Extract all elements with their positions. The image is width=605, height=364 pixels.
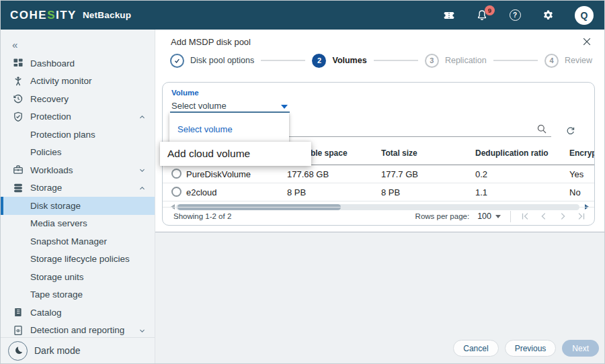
protection-shield-icon [12,111,24,123]
add-msdp-disk-pool-wizard: Add MSDP disk pool Disk pool options 2 V… [155,30,604,232]
workloads-briefcase-icon [12,164,24,176]
step-number: 3 [425,54,439,68]
cell-encryption: Yes [569,165,583,183]
dark-mode-label: Dark mode [34,345,80,356]
footer-divider [510,211,511,222]
wizard-stepper: Disk pool options 2 Volumes 3 Replicatio… [170,52,592,69]
close-icon[interactable] [582,37,592,46]
moon-icon [13,346,23,355]
logo-text-2: ITY [56,9,77,21]
table-row[interactable]: e2cloud 8 PB 8 PB 1.1 No [163,183,594,201]
menu-item-add-cloud-volume[interactable]: Add cloud volume [160,142,311,166]
activity-monitor-icon [12,75,24,87]
volume-dropdown-menu: Select volume [169,113,289,144]
rows-per-page-value[interactable]: 100 [477,212,491,221]
cell-volume-name: PureDiskVolume [186,165,251,183]
sidebar-item-disk-storage[interactable]: Disk storage [1,197,155,215]
search-icon[interactable] [536,124,547,134]
previous-button[interactable]: Previous [505,340,557,357]
column-header-deduplication-ratio[interactable]: Deduplication ratio [475,142,549,165]
step-number: 2 [312,54,326,68]
column-header-encryption[interactable]: Encryption [569,142,594,165]
help-icon[interactable]: ? [509,9,521,21]
cancel-button[interactable]: Cancel [453,340,498,357]
menu-item-select-volume[interactable]: Select volume [169,120,289,139]
cell-total-size: 177.7 GB [381,165,418,183]
sidebar-item-media-servers[interactable]: Media servers [1,215,155,233]
logo-green-s: S [47,9,56,21]
sidebar-item-protection-plans[interactable]: Protection plans [1,126,155,144]
rows-per-page-caret-icon[interactable] [495,215,501,221]
chevron-up-icon[interactable] [138,113,146,121]
sidebar-item-dashboard[interactable]: Dashboard [1,54,155,73]
refresh-icon[interactable] [565,126,576,136]
catalog-book-icon [12,306,24,318]
volume-select-dropdown[interactable]: Select volume [171,101,227,111]
sidebar-item-tape-storage[interactable]: Tape storage [1,286,155,304]
dark-mode-toggle[interactable] [8,341,28,361]
sidebar-item-recovery[interactable]: Recovery [1,90,155,108]
rows-per-page-label: Rows per page: [415,212,470,220]
volume-field-label: Volume [171,89,199,97]
notifications-bell-icon[interactable]: 9 [476,9,488,21]
app-window: COHESITY NetBackup 9 ? Q « Dashboard [0,0,605,364]
sidebar-item-catalog[interactable]: Catalog [1,304,155,322]
chevron-up-icon[interactable] [138,185,146,192]
recovery-clock-icon [12,93,24,105]
sidebar-collapse-icon[interactable]: « [1,30,155,53]
sidebar-item-storage[interactable]: Storage [1,179,155,197]
dark-mode-row: Dark mode [1,337,155,363]
cell-available-space: 8 PB [287,183,306,201]
sidebar-item-policies[interactable]: Policies [1,144,155,162]
cell-available-space: 177.68 GB [287,165,329,183]
cell-deduplication-ratio: 1.1 [475,183,487,201]
chevron-down-icon[interactable] [138,167,146,174]
step-number: 4 [544,54,559,68]
step-review[interactable]: 4 Review [544,54,592,68]
cohesity-logo: COHESITY [10,9,77,22]
step-connector [261,60,305,61]
cell-volume-name: e2cloud [186,183,217,201]
step-volumes[interactable]: 2 Volumes [312,54,366,68]
next-button[interactable]: Next [562,340,599,357]
detection-report-icon [12,324,24,336]
cell-deduplication-ratio: 0.2 [475,165,487,183]
logo-text: COHE [10,9,47,21]
radio-button[interactable] [171,187,182,197]
sidebar-item-storage-units[interactable]: Storage units [1,268,155,286]
sidebar-navigation: « Dashboard Activity monitor Recovery Pr… [1,30,155,363]
main-content: Add MSDP disk pool Disk pool options 2 V… [155,30,604,363]
sidebar-item-storage-lifecycle-policies[interactable]: Storage lifecycle policies [1,251,155,269]
storage-stack-icon [12,182,24,194]
sidebar-item-protection[interactable]: Protection [1,108,155,126]
step-disk-pool-options[interactable]: Disk pool options [170,54,254,68]
next-page-icon[interactable] [558,212,567,221]
sidebar-item-workloads[interactable]: Workloads [1,161,155,179]
table-row[interactable]: PureDiskVolume 177.68 GB 177.7 GB 0.2 Ye… [163,165,594,183]
showing-count-label: Showing 1-2 of 2 [173,212,231,220]
previous-page-icon[interactable] [539,212,549,221]
cell-encryption: No [569,183,581,201]
wizard-footer-area: Cancel Previous Next [155,232,604,363]
step-connector [493,60,538,61]
chevron-down-icon[interactable] [138,327,146,334]
first-page-icon[interactable] [520,212,530,221]
cell-total-size: 8 PB [381,183,400,201]
top-navigation-bar: COHESITY NetBackup 9 ? Q [1,1,604,30]
notification-count-badge: 9 [485,5,495,15]
wizard-title: Add MSDP disk pool [171,37,251,47]
product-name: NetBackup [83,10,131,20]
step-check-icon [170,54,184,68]
step-connector [374,60,418,61]
jobs-ticket-icon[interactable] [443,9,455,21]
column-header-total-size[interactable]: Total size [381,142,417,165]
sidebar-item-activity-monitor[interactable]: Activity monitor [1,73,155,91]
sidebar-item-snapshot-manager[interactable]: Snapshot Manager [1,232,155,251]
radio-button[interactable] [171,169,182,179]
step-replication[interactable]: 3 Replication [425,54,487,68]
settings-gear-icon[interactable] [542,9,554,21]
last-page-icon[interactable] [577,212,586,221]
user-avatar[interactable]: Q [575,6,594,25]
table-footer: Showing 1-2 of 2 Rows per page: 100 [163,207,594,225]
dashboard-icon [12,57,24,69]
